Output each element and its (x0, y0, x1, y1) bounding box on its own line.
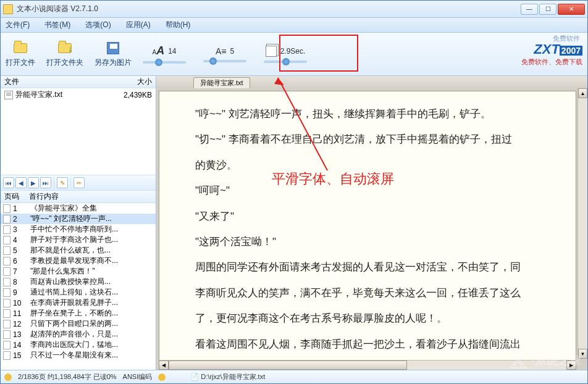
save-icon (107, 42, 119, 54)
free-software-label: 免费软件 (553, 34, 580, 43)
page-icon (3, 309, 10, 318)
page-icon (3, 288, 10, 297)
app-icon (3, 4, 13, 14)
nav-edit-button[interactable]: ✏ (74, 177, 85, 188)
horizontal-scrollbar[interactable]: ◀ ▶ (159, 360, 576, 370)
vertical-scrollbar[interactable]: ▲ ▼ (578, 88, 587, 359)
reader-pane: 异能寻宝家.txt "哼~~" 刘艺清轻哼一声，扭头，继续挥舞着手中的毛刷，铲子… (156, 76, 587, 370)
page-row[interactable]: 1《异能寻宝家》全集 (1, 203, 156, 214)
page-icon (3, 341, 10, 349)
page-icon (3, 236, 10, 244)
menu-file[interactable]: 文件(F) (6, 20, 30, 30)
page-row[interactable]: 15只不过一个冬星期没有来... (1, 350, 156, 361)
status-encoding: ANSI编码 (123, 372, 153, 382)
paragraph: 李商听见众人的笑声，满不在乎，毕竟每天来这么一回，任谁丢了这么 (174, 282, 561, 304)
page-row[interactable]: 13赵清萍的声音很小，只是... (1, 329, 156, 340)
folder-icon (14, 43, 27, 53)
titlebar: 文本小说阅读器 V2.7.1.0 — ☐ ✕ (1, 1, 587, 18)
paragraph: "呵呵~" (174, 179, 561, 202)
page-row[interactable]: 2"哼~~" 刘艺清轻哼一声... (1, 214, 156, 224)
page-row[interactable]: 6李教授是最早发现李商不... (1, 256, 156, 266)
paragraph: 了，更何况李商这个在考古系号称最厚脸皮的人呢！。 (174, 307, 561, 330)
page-icon (3, 267, 10, 276)
nav-prev-button[interactable]: ◀ (15, 177, 27, 188)
autoscroll-control: 2.9Sec. (264, 46, 307, 63)
page-row[interactable]: 10在李商讲开眼就看见胖子... (1, 298, 156, 308)
open-file-button[interactable]: 打开文件 (6, 40, 35, 68)
paragraph: "这两个活宝呦！" (174, 230, 561, 253)
paragraph: "切~~" 李商看着不在理自己的刘艺清，放下手中摇晃着的铲子，扭过 (174, 128, 561, 151)
page-icon (3, 330, 10, 339)
paragraph: 看着这周围不见人烟，李商随手抓起一把沙土，看着沙子从指缝间流出 (174, 333, 561, 356)
page-list-header: 页码 首行内容 (1, 191, 156, 203)
font-size-control: AA 14 (143, 44, 186, 64)
scroll-up-button[interactable]: ▲ (578, 88, 587, 98)
autoscroll-value: 2.9Sec. (280, 47, 306, 56)
minimize-button[interactable]: — (521, 4, 538, 15)
nav-first-button[interactable]: ⏮ (3, 177, 14, 188)
page-row[interactable]: 5那不就是什么破瓦，也... (1, 245, 156, 256)
page-icon (3, 225, 10, 234)
page-row[interactable]: 8而赵青山教授快掌控局... (1, 277, 156, 287)
page-row[interactable]: 14李商跨出医院大门，猛地... (1, 340, 156, 350)
toolbar: 打开文件 打开文件夹 另存为图片 AA 14 A≡ 5 (1, 33, 587, 76)
close-button[interactable]: ✕ (558, 4, 585, 15)
page-row[interactable]: 9通过书简上得知，这块石... (1, 287, 156, 298)
scroll-left-button[interactable]: ◀ (159, 361, 169, 370)
page-row[interactable]: 12只留下两个目瞪口呆的两... (1, 319, 156, 329)
page-row[interactable]: 3手中忙个不停地李商听到... (1, 224, 156, 235)
file-row[interactable]: 异能寻宝家.txt 2,439KB (1, 88, 156, 101)
page-icon (3, 257, 10, 265)
menu-app[interactable]: 应用(A) (126, 20, 151, 30)
statusbar: 2/1836页 约1,198,484字 已读0% ANSI编码 📄 D:\rjx… (1, 370, 587, 383)
page-icon (3, 204, 10, 213)
tab-strip: 异能寻宝家.txt (156, 76, 587, 88)
status-icon (4, 374, 12, 381)
font-size-value: 14 (168, 47, 176, 56)
menu-options[interactable]: 选项(O) (85, 20, 111, 30)
scroll-thumb[interactable] (169, 361, 407, 370)
text-file-icon (4, 91, 13, 99)
scroll-right-button[interactable]: ▶ (566, 361, 576, 370)
file-list: 异能寻宝家.txt 2,439KB (1, 88, 156, 175)
page-nav-toolbar: ⏮ ◀ ▶ ⏭ ✎ ✏ (1, 175, 156, 191)
status-icon-2 (158, 374, 166, 381)
paragraph: 周围的同学还有外面请来考古发掘的人看见这一对活宝，不由笑了，同 (174, 256, 561, 278)
open-folder-button[interactable]: 打开文件夹 (46, 40, 83, 68)
pages-icon (266, 46, 277, 57)
save-image-button[interactable]: 另存为图片 (94, 40, 132, 68)
page-row[interactable]: 4胖子对于李商这个脑子也... (1, 235, 156, 245)
nav-last-button[interactable]: ⏭ (40, 177, 51, 188)
folder-open-icon (58, 43, 72, 53)
maximize-button[interactable]: ☐ (539, 4, 556, 15)
menu-bookmark[interactable]: 书签(M) (44, 20, 70, 30)
menu-help[interactable]: 帮助(H) (166, 20, 191, 30)
paragraph: "又来了" (174, 205, 561, 228)
file-list-header: 文件 大小 (1, 76, 156, 88)
scroll-down-button[interactable]: ▼ (578, 349, 587, 359)
window-title: 文本小说阅读器 V2.7.1.0 (17, 4, 521, 14)
page-icon (3, 215, 10, 223)
nav-next-button[interactable]: ▶ (28, 177, 39, 188)
reader-page[interactable]: "哼~~" 刘艺清轻哼一声，扭头，继续挥舞着手中的毛刷，铲子。"切~~" 李商看… (159, 91, 576, 367)
page-icon (3, 246, 10, 255)
line-spacing-control: A≡ 5 (203, 46, 246, 62)
tab-document[interactable]: 异能寻宝家.txt (193, 77, 250, 88)
page-row[interactable]: 7"那是什么鬼东西！" (1, 266, 156, 277)
autoscroll-slider[interactable] (264, 61, 307, 63)
line-spacing-slider[interactable] (203, 60, 246, 62)
page-icon (3, 351, 10, 360)
page-row[interactable]: 11胖子坐在凳子上，不断的... (1, 308, 156, 319)
page-icon (3, 299, 10, 307)
logo[interactable]: ZXT2007 免费软件、免费下载 (521, 41, 582, 67)
status-position: 2/1836页 约1,198,484字 已读0% (18, 372, 117, 382)
page-list[interactable]: 1《异能寻宝家》全集2"哼~~" 刘艺清轻哼一声...3手中忙个不停地李商听到.… (1, 203, 156, 370)
menubar: 文件(F) 书签(M) 选项(O) 应用(A) 帮助(H) (1, 18, 587, 33)
paragraph: "哼~~" 刘艺清轻哼一声，扭头，继续挥舞着手中的毛刷，铲子。 (174, 102, 561, 125)
status-path: D:\rjxz\异能寻宝家.txt (201, 373, 265, 380)
font-size-slider[interactable] (143, 61, 186, 64)
nav-tool-button[interactable]: ✎ (57, 177, 68, 188)
left-panel: 文件 大小 异能寻宝家.txt 2,439KB ⏮ ◀ ▶ ⏭ ✎ ✏ (1, 76, 156, 370)
paragraph: 的黄沙。 (174, 154, 561, 177)
page-icon (3, 320, 10, 328)
